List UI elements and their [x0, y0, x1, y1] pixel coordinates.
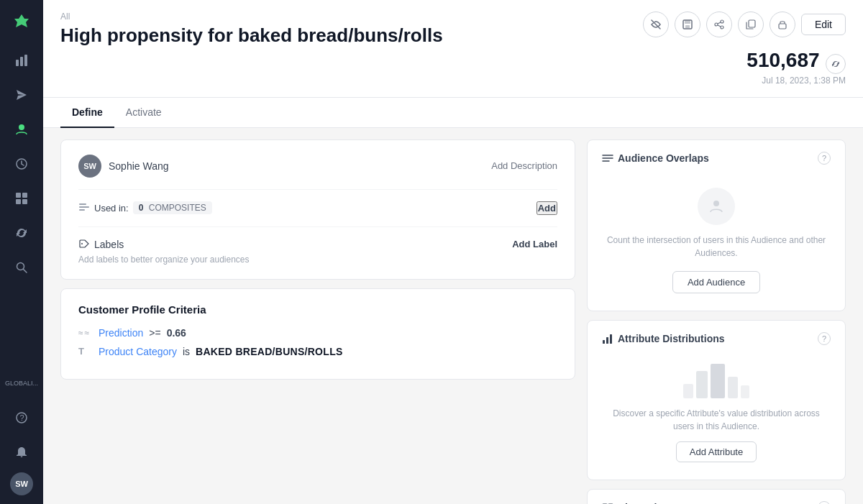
edit-button[interactable]: Edit — [801, 14, 846, 35]
add-description-button[interactable]: Add Description — [491, 160, 557, 171]
save-icon — [682, 19, 693, 29]
used-in-left: Used in: 0 COMPOSITES — [78, 201, 212, 214]
copy-icon — [746, 19, 756, 29]
tab-define[interactable]: Define — [60, 98, 114, 128]
overlaps-icon — [602, 152, 613, 164]
product-icon: T — [78, 346, 93, 357]
person-icon — [708, 198, 725, 215]
sidebar-item-search[interactable] — [7, 253, 36, 282]
page-title: High propensity for baked bread/buns/rol… — [60, 24, 443, 47]
sidebar-item-global[interactable]: GLOBALI... — [7, 369, 36, 398]
svg-rect-19 — [779, 24, 786, 29]
overlap-avatar — [698, 188, 735, 225]
eye-off-button[interactable] — [643, 12, 669, 37]
svg-rect-29 — [606, 337, 608, 344]
audience-overlaps-card: Audience Overlaps ? Count the intersecti… — [587, 139, 846, 311]
label-icon — [78, 239, 90, 250]
composites-count: 0 — [139, 203, 144, 213]
user-row: SW Sophie Wang Add Description — [78, 155, 557, 190]
svg-rect-7 — [16, 199, 21, 204]
svg-rect-0 — [16, 60, 19, 66]
history-icon — [15, 157, 28, 170]
attribute-distributions-help[interactable]: ? — [818, 332, 831, 345]
sidebar-item-analytics[interactable] — [7, 46, 36, 75]
labels-row: Labels Add labels to better organize you… — [78, 227, 557, 265]
tab-activate[interactable]: Activate — [114, 98, 173, 128]
svg-text:?: ? — [20, 413, 24, 422]
svg-point-15 — [721, 20, 723, 23]
criteria-row-product: T Product Category is BAKED BREAD/BUNS/R… — [78, 346, 557, 357]
criteria-card: Customer Profile Criteria ≈≈ Prediction … — [60, 288, 575, 380]
distributions-icon — [602, 333, 613, 344]
add-composites-button[interactable]: Add — [536, 201, 557, 215]
svg-rect-2 — [24, 55, 27, 66]
dimension-counts-section: Dimension Counts ? — [602, 501, 831, 504]
svg-point-3 — [19, 124, 24, 130]
save-button[interactable] — [675, 12, 700, 37]
used-in-row: Used in: 0 COMPOSITES Add — [78, 190, 557, 227]
global-label: GLOBALI... — [5, 380, 38, 387]
labels-title: Labels — [94, 239, 124, 250]
product-op: is — [183, 346, 190, 357]
attr-bar-4 — [728, 377, 738, 398]
breadcrumb: All — [60, 12, 443, 22]
attr-bars-visual — [683, 362, 749, 398]
attr-bar-1 — [683, 384, 693, 398]
sidebar-item-users[interactable] — [7, 115, 36, 144]
svg-point-27 — [713, 201, 719, 206]
svg-rect-14 — [685, 25, 690, 28]
bell-icon — [15, 446, 28, 459]
tabs: Define Activate — [43, 98, 863, 128]
add-audience-button[interactable]: Add Audience — [672, 271, 760, 293]
attr-bar-3 — [711, 364, 725, 398]
sidebar-item-send[interactable] — [7, 81, 36, 109]
sidebar-item-notifications[interactable] — [7, 438, 36, 467]
grid-icon — [15, 192, 28, 205]
composites-icon — [78, 202, 90, 214]
svg-rect-22 — [79, 209, 85, 211]
svg-rect-13 — [685, 20, 690, 24]
attribute-distributions-card: Attribute Distributions ? Discover a spe… — [587, 320, 846, 480]
refresh-count-button[interactable] — [826, 54, 846, 74]
refresh-icon — [15, 226, 28, 239]
labels-subtitle: Add labels to better organize your audie… — [78, 255, 250, 265]
svg-rect-18 — [749, 20, 755, 27]
attribute-distributions-header: Attribute Distributions ? — [602, 332, 831, 345]
sidebar-item-refresh[interactable] — [7, 219, 36, 247]
sidebar-item-help[interactable]: ? — [7, 403, 36, 432]
lock-icon — [777, 19, 787, 29]
sidebar-item-grid[interactable] — [7, 184, 36, 213]
main-content: All High propensity for baked bread/buns… — [43, 0, 863, 504]
content-area: SW Sophie Wang Add Description Used in: — [43, 128, 863, 504]
composites-badge: 0 COMPOSITES — [133, 201, 212, 214]
prediction-field: Prediction — [99, 327, 143, 339]
attr-empty-state: Discover a specific Attribute's value di… — [602, 357, 831, 468]
attribute-distributions-title: Attribute Distributions — [618, 333, 725, 344]
svg-point-17 — [721, 26, 723, 29]
search-icon — [15, 261, 28, 274]
criteria-row-prediction: ≈≈ Prediction >= 0.66 — [78, 327, 557, 339]
share-button[interactable] — [706, 12, 732, 37]
attr-bar-5 — [741, 385, 749, 398]
audience-overlaps-help[interactable]: ? — [818, 152, 831, 165]
attr-description: Discover a specific Attribute's value di… — [602, 407, 831, 433]
sidebar-item-history[interactable] — [7, 150, 36, 178]
share-icon — [714, 19, 724, 29]
add-attribute-button[interactable]: Add Attribute — [676, 441, 757, 462]
dimension-counts-help[interactable]: ? — [818, 501, 831, 504]
header-actions: Edit — [643, 12, 846, 37]
svg-rect-30 — [610, 334, 612, 344]
overlap-description: Count the intersection of users in this … — [602, 234, 831, 260]
svg-rect-20 — [79, 203, 86, 205]
attribute-distributions-title-group: Attribute Distributions — [602, 333, 725, 344]
sidebar-logo[interactable] — [9, 9, 35, 35]
dimension-counts-card: Dimension Counts ? — [587, 489, 846, 504]
svg-rect-1 — [20, 57, 23, 66]
lock-button[interactable] — [770, 12, 795, 37]
add-label-button[interactable]: Add Label — [512, 239, 557, 249]
copy-button[interactable] — [738, 12, 764, 37]
user-info: SW Sophie Wang — [78, 155, 169, 178]
count-section: 510,687 Jul 18, 2023, 1:38 PM — [746, 49, 846, 86]
user-avatar-sidebar[interactable]: SW — [10, 472, 33, 495]
left-panel: SW Sophie Wang Add Description Used in: — [60, 139, 575, 492]
